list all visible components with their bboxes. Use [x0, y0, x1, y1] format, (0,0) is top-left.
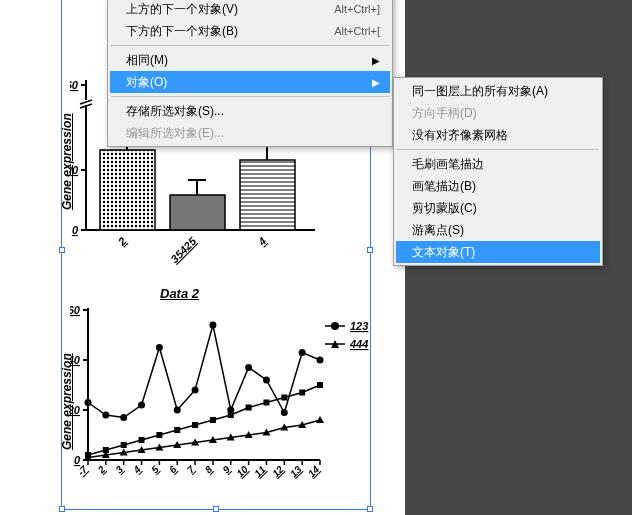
- chevron-right-icon: ▶: [372, 55, 380, 66]
- svg-rect-87: [228, 412, 234, 418]
- menu-separator: [111, 96, 389, 97]
- svg-text:123: 123: [350, 320, 368, 332]
- svg-rect-92: [317, 382, 323, 388]
- svg-rect-82: [139, 437, 145, 443]
- menu-separator: [397, 149, 599, 150]
- svg-text:7: 7: [185, 463, 197, 475]
- selection-handle[interactable]: [59, 506, 65, 512]
- svg-point-76: [281, 409, 288, 416]
- svg-text:4: 4: [255, 235, 269, 249]
- svg-text:60: 60: [70, 304, 81, 316]
- menu-separator: [111, 45, 389, 46]
- menu-label: 同一图层上的所有对象(A): [412, 83, 590, 100]
- menu-label: 文本对象(T): [412, 244, 590, 261]
- menu-label: 对象(O): [126, 74, 372, 91]
- menu-label: 游离点(S): [412, 222, 590, 239]
- menu-label: 没有对齐像素网格: [412, 127, 590, 144]
- menu-next-below[interactable]: 下方的下一个对象(B) Alt+Ctrl+[: [110, 20, 390, 42]
- menu-label: 方向手柄(D): [412, 105, 590, 122]
- menu-all-on-layer[interactable]: 同一图层上的所有对象(A): [396, 80, 600, 102]
- menu-label: 下方的下一个对象(B): [126, 23, 310, 40]
- menu-next-above[interactable]: 上方的下一个对象(V) Alt+Ctrl+]: [110, 0, 390, 20]
- svg-point-74: [245, 364, 252, 371]
- svg-rect-85: [192, 422, 198, 428]
- svg-rect-83: [156, 432, 162, 438]
- svg-text:13: 13: [288, 463, 304, 479]
- svg-rect-90: [281, 395, 287, 401]
- menu-save-selection[interactable]: 存储所选对象(S)...: [110, 100, 390, 122]
- svg-text:10: 10: [234, 463, 250, 479]
- svg-point-68: [138, 402, 145, 409]
- menu-brush-stroke[interactable]: 画笔描边(B): [396, 175, 600, 197]
- svg-point-65: [85, 399, 92, 406]
- svg-point-77: [299, 349, 306, 356]
- selection-handle[interactable]: [213, 506, 219, 512]
- svg-rect-81: [121, 442, 127, 448]
- line-chart-svg: 0 20 40 60 -7234567891011121314 123 444: [70, 290, 370, 495]
- svg-text:3: 3: [113, 463, 125, 475]
- menu-shortcut: Alt+Ctrl+]: [334, 3, 380, 15]
- menu-bristle-stroke[interactable]: 毛刷画笔描边: [396, 153, 600, 175]
- svg-text:8: 8: [203, 463, 215, 475]
- svg-rect-21: [240, 160, 295, 230]
- menu-object[interactable]: 对象(O) ▶: [110, 71, 390, 93]
- menu-edit-selection: 编辑所选对象(E)...: [110, 122, 390, 144]
- menu-label: 剪切蒙版(C): [412, 200, 590, 217]
- line-chart: Data 2 Gene expression 0 20 40 60 -72345…: [70, 290, 370, 495]
- chevron-right-icon: ▶: [372, 77, 380, 88]
- selection-handle[interactable]: [367, 247, 373, 253]
- svg-text:20: 20: [70, 404, 81, 416]
- menu-label: 上方的下一个对象(V): [126, 1, 310, 18]
- svg-rect-18: [170, 195, 225, 230]
- menu-label: 相同(M): [126, 52, 372, 69]
- svg-rect-89: [263, 400, 269, 406]
- svg-marker-106: [316, 416, 324, 423]
- menu-label: 存储所选对象(S)...: [126, 103, 380, 120]
- menu-label: 编辑所选对象(E)...: [126, 125, 380, 142]
- svg-point-67: [120, 414, 127, 421]
- menu-stray-points[interactable]: 游离点(S): [396, 219, 600, 241]
- svg-rect-88: [246, 405, 252, 411]
- svg-rect-84: [174, 427, 180, 433]
- svg-text:11: 11: [252, 463, 268, 479]
- svg-text:60: 60: [70, 79, 79, 91]
- svg-text:0: 0: [72, 224, 79, 236]
- svg-text:4: 4: [131, 463, 144, 476]
- svg-text:2: 2: [115, 235, 129, 249]
- menu-label: 毛刷画笔描边: [412, 156, 590, 173]
- svg-point-78: [317, 357, 324, 364]
- svg-point-70: [174, 407, 181, 414]
- svg-text:444: 444: [349, 338, 368, 350]
- svg-text:12: 12: [270, 463, 286, 479]
- svg-line-6: [80, 100, 92, 104]
- menu-direction-handles: 方向手柄(D): [396, 102, 600, 124]
- svg-text:14: 14: [306, 463, 322, 479]
- menu-shortcut: Alt+Ctrl+[: [334, 25, 380, 37]
- svg-text:200: 200: [70, 164, 79, 176]
- context-submenu: 同一图层上的所有对象(A) 方向手柄(D) 没有对齐像素网格 毛刷画笔描边 画笔…: [393, 77, 603, 266]
- svg-point-71: [192, 387, 199, 394]
- menu-not-pixel-aligned[interactable]: 没有对齐像素网格: [396, 124, 600, 146]
- svg-text:2: 2: [95, 463, 108, 476]
- svg-point-69: [156, 344, 163, 351]
- menu-same[interactable]: 相同(M) ▶: [110, 49, 390, 71]
- selection-handle[interactable]: [59, 247, 65, 253]
- svg-point-72: [209, 322, 216, 329]
- svg-rect-91: [299, 390, 305, 396]
- svg-point-108: [331, 322, 339, 330]
- menu-label: 画笔描边(B): [412, 178, 590, 195]
- svg-point-75: [263, 377, 270, 384]
- menu-text-objects[interactable]: 文本对象(T): [396, 241, 600, 263]
- selection-handle[interactable]: [367, 506, 373, 512]
- svg-rect-86: [210, 417, 216, 423]
- svg-point-66: [102, 412, 109, 419]
- svg-text:5: 5: [149, 463, 161, 475]
- svg-rect-15: [100, 150, 155, 230]
- context-menu: 上方的下一个对象(V) Alt+Ctrl+] 下方的下一个对象(B) Alt+C…: [107, 0, 393, 147]
- svg-text:9: 9: [220, 463, 232, 475]
- svg-text:6: 6: [167, 463, 179, 475]
- svg-text:40: 40: [70, 354, 81, 366]
- menu-clipping-mask[interactable]: 剪切蒙版(C): [396, 197, 600, 219]
- svg-text:35425: 35425: [168, 234, 199, 265]
